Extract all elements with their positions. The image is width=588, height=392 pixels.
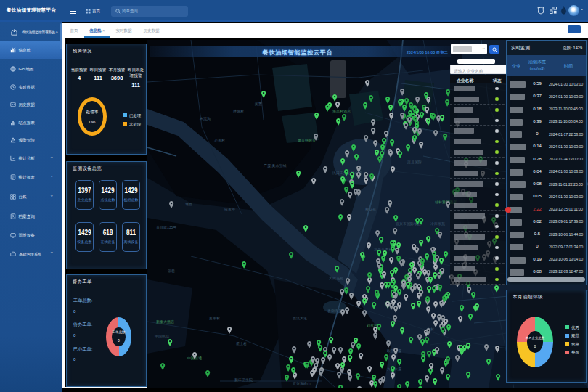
svg-text:首自成135号: 首自成135号 [156, 225, 176, 229]
svg-text:西氿大道: 西氿大道 [293, 316, 307, 321]
svg-text:毛家村: 毛家村 [214, 138, 225, 143]
svg-text:铜巷: 铜巷 [168, 269, 175, 273]
svg-text:木流沟: 木流沟 [200, 116, 211, 121]
svg-text:新泰大酒店: 新泰大酒店 [156, 319, 174, 324]
svg-text:冷库家苑: 冷库家苑 [430, 221, 445, 226]
svg-text:宜兴海峰山: 宜兴海峰山 [293, 381, 311, 386]
svg-text:交县国际: 交县国际 [407, 160, 422, 165]
svg-text:依家堡: 依家堡 [224, 207, 235, 211]
svg-text:广厦 奥水宝城: 广厦 奥水宝城 [264, 163, 286, 168]
svg-text:中国电信: 中国电信 [155, 334, 169, 339]
svg-text:星上村: 星上村 [236, 341, 247, 346]
svg-text:闲置: 闲置 [255, 102, 262, 107]
svg-text:樱花苑: 樱花苑 [365, 207, 376, 212]
svg-text:新庄卫生院: 新庄卫生院 [234, 377, 253, 383]
svg-text:富家村: 富家村 [209, 316, 220, 321]
svg-text:黄市镇超市: 黄市镇超市 [298, 138, 316, 143]
svg-text:香湖天厦: 香湖天厦 [327, 309, 342, 314]
svg-text:胖墩村: 胖墩村 [233, 109, 244, 114]
svg-text:堰直: 堰直 [185, 202, 192, 206]
svg-text:海昌村酒店: 海昌村酒店 [332, 109, 351, 114]
svg-text:天成花苑: 天成花苑 [329, 276, 343, 281]
